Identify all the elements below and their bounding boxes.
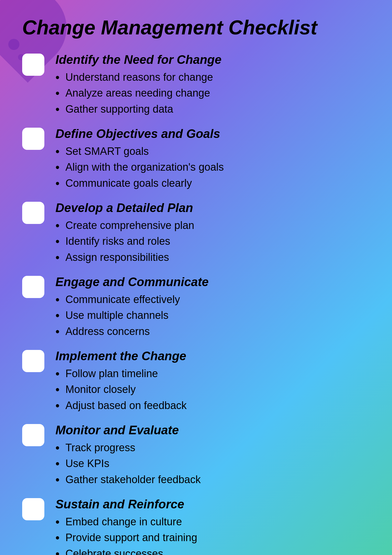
list-item-monitor-2: Gather stakeholder feedback xyxy=(55,473,370,486)
section-define: Define Objectives and GoalsSet SMART goa… xyxy=(22,127,370,192)
checkbox-develop[interactable] xyxy=(22,202,44,224)
section-title-develop: Develop a Detailed Plan xyxy=(55,201,370,215)
list-item-engage-2: Address concerns xyxy=(55,325,370,338)
bullet-list-develop: Create comprehensive planIdentify risks … xyxy=(55,219,370,264)
section-identify: Identify the Need for ChangeUnderstand r… xyxy=(22,52,370,118)
section-title-define: Define Objectives and Goals xyxy=(55,127,370,141)
list-item-sustain-0: Embed change in culture xyxy=(55,515,370,529)
section-content-define: Define Objectives and GoalsSet SMART goa… xyxy=(55,127,370,192)
list-item-identify-0: Understand reasons for change xyxy=(55,70,370,84)
section-develop: Develop a Detailed PlanCreate comprehens… xyxy=(22,201,370,266)
section-content-engage: Engage and CommunicateCommunicate effect… xyxy=(55,275,370,340)
section-title-implement: Implement the Change xyxy=(55,349,370,364)
section-content-develop: Develop a Detailed PlanCreate comprehens… xyxy=(55,201,370,266)
bullet-list-define: Set SMART goalsAlign with the organizati… xyxy=(55,145,370,190)
section-monitor: Monitor and EvaluateTrack progressUse KP… xyxy=(22,423,370,489)
page-content: Change Management Checklist Identify the… xyxy=(22,17,370,555)
list-item-monitor-1: Use KPIs xyxy=(55,457,370,470)
list-item-identify-2: Gather supporting data xyxy=(55,102,370,116)
section-sustain: Sustain and ReinforceEmbed change in cul… xyxy=(22,497,370,555)
checkbox-identify[interactable] xyxy=(22,54,44,76)
list-item-define-0: Set SMART goals xyxy=(55,145,370,158)
bullet-list-identify: Understand reasons for changeAnalyze are… xyxy=(55,70,370,116)
bullet-list-implement: Follow plan timelineMonitor closelyAdjus… xyxy=(55,367,370,412)
section-content-sustain: Sustain and ReinforceEmbed change in cul… xyxy=(55,497,370,555)
section-content-implement: Implement the ChangeFollow plan timeline… xyxy=(55,349,370,415)
checkbox-engage[interactable] xyxy=(22,276,44,298)
bullet-list-monitor: Track progressUse KPIsGather stakeholder… xyxy=(55,441,370,486)
section-title-identify: Identify the Need for Change xyxy=(55,52,370,67)
list-item-develop-1: Identify risks and roles xyxy=(55,234,370,248)
bg-decoration-circle-large xyxy=(8,39,19,50)
section-engage: Engage and CommunicateCommunicate effect… xyxy=(22,275,370,340)
list-item-implement-1: Monitor closely xyxy=(55,383,370,396)
list-item-identify-1: Analyze areas needing change xyxy=(55,86,370,100)
list-item-implement-0: Follow plan timeline xyxy=(55,367,370,380)
list-item-define-1: Align with the organization's goals xyxy=(55,160,370,174)
section-content-identify: Identify the Need for ChangeUnderstand r… xyxy=(55,52,370,118)
section-title-monitor: Monitor and Evaluate xyxy=(55,423,370,438)
section-implement: Implement the ChangeFollow plan timeline… xyxy=(22,349,370,415)
list-item-develop-2: Assign responsibilities xyxy=(55,251,370,264)
list-item-implement-2: Adjust based on feedback xyxy=(55,399,370,412)
bullet-list-engage: Communicate effectivelyUse multiple chan… xyxy=(55,293,370,338)
bullet-list-sustain: Embed change in cultureProvide support a… xyxy=(55,515,370,555)
checklist-container: Identify the Need for ChangeUnderstand r… xyxy=(22,52,370,555)
section-title-sustain: Sustain and Reinforce xyxy=(55,497,370,512)
checkbox-monitor[interactable] xyxy=(22,424,44,446)
checkbox-sustain[interactable] xyxy=(22,498,44,520)
list-item-develop-0: Create comprehensive plan xyxy=(55,219,370,232)
checkbox-define[interactable] xyxy=(22,128,44,150)
list-item-define-2: Communicate goals clearly xyxy=(55,176,370,190)
list-item-engage-0: Communicate effectively xyxy=(55,293,370,306)
list-item-monitor-0: Track progress xyxy=(55,441,370,455)
list-item-sustain-1: Provide support and training xyxy=(55,531,370,544)
checkbox-implement[interactable] xyxy=(22,350,44,372)
page-title: Change Management Checklist xyxy=(22,17,370,39)
section-title-engage: Engage and Communicate xyxy=(55,275,370,289)
section-content-monitor: Monitor and EvaluateTrack progressUse KP… xyxy=(55,423,370,489)
list-item-engage-1: Use multiple channels xyxy=(55,309,370,322)
list-item-sustain-2: Celebrate successes xyxy=(55,547,370,555)
